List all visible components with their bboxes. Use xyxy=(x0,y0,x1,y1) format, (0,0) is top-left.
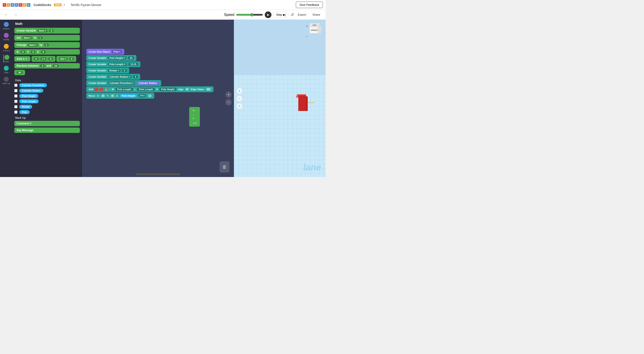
obj-axis-line xyxy=(308,103,314,103)
h-label: H xyxy=(156,88,158,91)
pole-length-var-dropdown[interactable]: Pole Length xyxy=(108,63,127,66)
pole-length-val: 13.25 xyxy=(128,63,138,66)
pole-type-dropdown[interactable]: Pole xyxy=(112,50,122,54)
sin-block[interactable]: Sin 0 xyxy=(56,56,76,62)
change-item-dropdown[interactable]: Item xyxy=(28,43,38,47)
sidebar-item-modify[interactable]: Modify xyxy=(3,33,10,41)
sidebar-item-markup[interactable]: Mark Up xyxy=(2,77,10,85)
trash-button[interactable]: 🗑 xyxy=(220,161,230,173)
move-label: Move: xyxy=(88,94,96,97)
pole-height-checkbox[interactable] xyxy=(14,94,18,98)
axis-block[interactable]: Axis x ▾ xyxy=(14,56,30,62)
create-new-object-block[interactable]: Create New Object Pole xyxy=(86,49,124,55)
op-dropdown[interactable]: + xyxy=(40,57,47,61)
random-block[interactable]: Random between 0 and 10 xyxy=(14,63,80,69)
rotate-var-dropdown[interactable]: Rotate xyxy=(108,69,121,72)
item-dropdown[interactable]: Item xyxy=(37,29,48,33)
sin-dropdown[interactable]: Sin xyxy=(58,57,68,61)
sidebar-item-data[interactable]: Data xyxy=(4,66,9,74)
cube-front-label: FRONT xyxy=(311,29,318,31)
play-button[interactable] xyxy=(265,12,272,18)
operator-dropdown-popup[interactable]: + - * / xyxy=(189,107,200,127)
feedback-button[interactable]: Give Feedback xyxy=(296,2,323,8)
set-item-dropdown[interactable]: Item xyxy=(22,36,33,40)
cube-zoom-out-icon[interactable]: − xyxy=(306,35,308,39)
cylinder-rad-tag[interactable]: Cylinder Radius xyxy=(19,89,44,93)
op-plus[interactable]: + xyxy=(193,109,196,112)
logo-k: K xyxy=(15,3,18,7)
pole-length-l: Pole Length xyxy=(137,88,155,91)
var-cyl-radius-block[interactable]: Create Variable Cylinder Radius 5 xyxy=(86,74,140,80)
pole-length-tag[interactable]: Pole Length xyxy=(19,99,39,103)
cyl-radius-var-dropdown[interactable]: Cylinder Radius xyxy=(108,75,132,79)
sidebar-item-control[interactable]: Control xyxy=(3,44,10,52)
vp-zoom-out-button[interactable]: − xyxy=(236,95,242,102)
pole-length-checkbox[interactable] xyxy=(14,100,18,103)
move-x-label: X: xyxy=(97,94,100,97)
canvas-zoom-in-button[interactable]: + xyxy=(226,92,232,98)
step-button[interactable]: Step ▶| xyxy=(273,12,289,18)
rotate-checkbox[interactable] xyxy=(14,105,18,108)
shapes-dot xyxy=(4,22,9,27)
vp-zoom-in-button[interactable]: + xyxy=(236,88,242,94)
add-block[interactable]: Add ‹ W Pole Length L Pole Length H Pole… xyxy=(86,86,214,92)
op-multiply[interactable]: * xyxy=(193,117,196,121)
z-label: Z: xyxy=(37,50,39,54)
logo: T I N K C A D xyxy=(3,3,30,7)
canvas-zoom-out-button[interactable]: − xyxy=(226,99,232,105)
var-cyl-pos-block[interactable]: Create Variable Cylinder Posisition Cyli… xyxy=(86,80,161,86)
cube-zoom-in-icon[interactable]: + xyxy=(306,24,308,28)
share-button[interactable]: Share xyxy=(310,12,322,18)
canvas-scrollbar[interactable] xyxy=(136,173,180,175)
cv5-label: Create Variable xyxy=(88,82,106,84)
w-label: W xyxy=(112,88,114,91)
logo-t: T xyxy=(3,3,6,7)
cyl-pos-var-dropdown[interactable]: Cylinder Posisition xyxy=(108,81,136,85)
panel-title: Math xyxy=(14,22,80,26)
var-rotate-block[interactable]: Create Variable Rotate 0 xyxy=(86,68,129,73)
pole-height-var-dropdown[interactable]: Pole Height xyxy=(108,56,127,60)
math-left: 0 xyxy=(34,57,39,60)
op-minus[interactable]: - xyxy=(193,113,196,116)
op-divide[interactable]: / xyxy=(193,122,196,125)
value-badge: 0 xyxy=(49,29,54,32)
ninety-block[interactable]: 90 xyxy=(14,70,25,75)
pole-tag[interactable]: Pole xyxy=(19,110,30,114)
speed-slider[interactable] xyxy=(236,13,263,17)
blocks-container: Create New Object Pole Create Variable P… xyxy=(86,49,214,99)
var-pole-length-block[interactable]: Create Variable Pole Length 13.25 xyxy=(86,61,140,67)
math-label: Math xyxy=(4,60,9,63)
say-block[interactable]: Say Message xyxy=(14,128,80,133)
move-block[interactable]: Move: X: 0 Y: 0 Z: Pole Height / ▾ 2 xyxy=(86,93,154,99)
sidebar-item-shapes[interactable]: Shapes xyxy=(3,22,10,30)
set-block[interactable]: Set Item to 1 xyxy=(14,35,80,41)
add-label: Add xyxy=(88,88,93,91)
rotate-tag[interactable]: Rotate xyxy=(19,105,32,109)
var-pole-height-block[interactable]: Create Variable Pole Height 25 xyxy=(86,55,136,61)
3d-object[interactable] xyxy=(296,94,308,111)
sidebar-item-math[interactable]: Math xyxy=(3,55,10,63)
back-button[interactable]: ← xyxy=(3,12,10,18)
and-label: and xyxy=(46,64,51,67)
canvas-area[interactable]: Create New Object Pole Create Variable P… xyxy=(82,20,234,177)
math-op-block[interactable]: 0 + 0 xyxy=(32,56,56,62)
vp-watermark: lane xyxy=(303,162,321,173)
cube-nav[interactable]: TOP FRONT + − xyxy=(306,22,323,40)
comment-block[interactable]: Comment // xyxy=(14,121,80,126)
change-block[interactable]: Change Item by 1 xyxy=(14,42,80,48)
move-op-dropdown[interactable]: / ▾ xyxy=(138,94,146,98)
pole-height-tag[interactable]: Pole Height xyxy=(19,94,38,98)
cylinder-pos-tag[interactable]: Cylinder Posisition xyxy=(19,83,47,87)
xyz-block[interactable]: X: 0 Y: 0 Z: 0 xyxy=(14,49,80,55)
create-var-label: Create Variable xyxy=(16,29,36,32)
reset-button[interactable]: ↺ xyxy=(290,12,294,17)
pole-checkbox[interactable] xyxy=(14,111,18,114)
dropdown-arrow-icon[interactable]: ▾ xyxy=(64,4,65,6)
export-button[interactable]: Export xyxy=(296,12,308,18)
create-variable-block[interactable]: Create Variable Item 0 xyxy=(14,28,80,34)
vp-fit-button[interactable]: = xyxy=(236,103,242,109)
cylinder-rad-checkbox[interactable] xyxy=(14,89,18,92)
cylinder-pos-checkbox[interactable] xyxy=(14,84,18,87)
var-cyl-pos-row: Create Variable Cylinder Posisition Cyli… xyxy=(86,80,214,86)
forward-button[interactable]: → xyxy=(12,12,19,18)
